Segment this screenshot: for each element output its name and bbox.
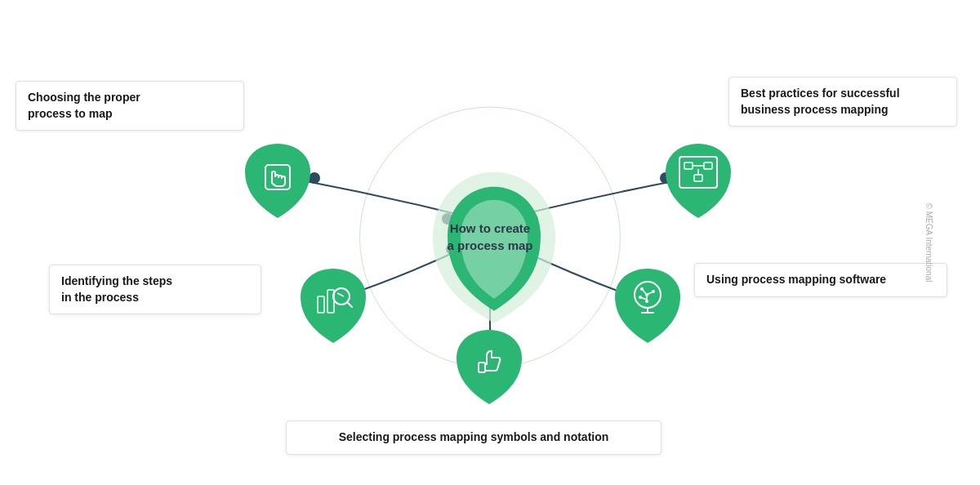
label-bottom-text: Selecting process mapping symbols and no…: [339, 430, 609, 443]
bubble-bottom: [452, 327, 526, 408]
label-top-right: Best practices for successfulbusiness pr…: [728, 77, 957, 127]
svg-point-26: [645, 300, 648, 303]
bubble-middle-left: [296, 265, 370, 347]
diagram-container: How to createa process map: [0, 0, 980, 485]
svg-line-18: [337, 293, 344, 296]
bubble-middle-right: [611, 265, 684, 347]
svg-rect-9: [684, 162, 693, 169]
svg-rect-11: [694, 175, 702, 181]
label-bottom: Selecting process mapping symbols and no…: [286, 420, 662, 455]
label-top-left: Choosing the properprocess to map: [16, 81, 244, 131]
label-middle-left-text: Identifying the stepsin the process: [61, 274, 172, 304]
label-middle-right-text: Using process mapping software: [706, 273, 886, 286]
label-middle-right: Using process mapping software: [694, 263, 947, 297]
center-node: How to createa process map: [425, 164, 555, 315]
label-top-right-text: Best practices for successfulbusiness pr…: [741, 87, 900, 116]
bubble-top-right: [662, 140, 735, 222]
svg-point-22: [640, 287, 644, 291]
svg-point-23: [652, 290, 655, 293]
svg-point-28: [639, 296, 642, 299]
bubble-top-left: [241, 140, 314, 222]
svg-line-17: [347, 302, 352, 307]
label-top-left-text: Choosing the properprocess to map: [28, 91, 140, 120]
watermark: © MEGA International: [924, 203, 933, 283]
center-title: How to createa process map: [441, 220, 539, 254]
label-middle-left: Identifying the stepsin the process: [49, 265, 261, 314]
svg-rect-10: [704, 162, 712, 169]
svg-rect-14: [318, 296, 324, 313]
svg-rect-31: [479, 363, 485, 372]
